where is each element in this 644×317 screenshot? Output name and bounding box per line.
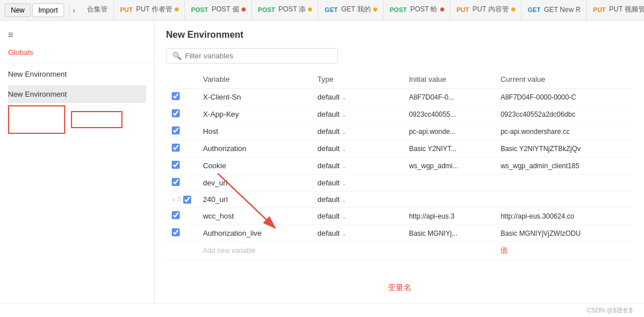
row-current: [495, 192, 633, 208]
globals-label[interactable]: Globals: [0, 45, 154, 60]
sidebar-divider: [0, 62, 154, 63]
row-checkbox[interactable]: [172, 161, 180, 169]
table-body: X-Client-Sn default ⌄ A8F7D04F-0... A8F7…: [166, 89, 633, 260]
row-checkbox[interactable]: [172, 92, 180, 100]
content-area: New Environment 🔍 Variable Type Initi: [155, 21, 644, 303]
sidebar-item-new-env-1[interactable]: New Environment: [0, 65, 154, 83]
filter-bar[interactable]: 🔍: [166, 48, 338, 64]
tab-dot: [175, 7, 179, 11]
row-variable: Authorization: [197, 140, 311, 157]
col-header-initial: Initial value: [403, 72, 495, 89]
main-area: ≡ Globals New Environment New Environmen…: [0, 21, 644, 303]
row-check-cell: [166, 140, 197, 157]
import-button[interactable]: Import: [32, 3, 64, 17]
col-header-type: Type: [311, 72, 403, 89]
red-box-right: [71, 111, 123, 128]
page-title: New Environment: [166, 30, 633, 40]
value-annotation: 值: [500, 246, 508, 255]
row-initial: ws_wgp_admi...: [403, 157, 495, 175]
footer-credit: CSDN @$团长$: [587, 306, 633, 315]
row-type: default ⌄: [311, 208, 403, 225]
add-var-initial-value-annotation: 值: [495, 242, 633, 260]
row-check-cell: [166, 106, 197, 123]
chevron-down-icon[interactable]: ⌄: [342, 213, 346, 220]
row-type: default ⌄: [311, 192, 403, 208]
row-checkbox[interactable]: [172, 228, 180, 236]
chevron-down-icon[interactable]: ⌄: [342, 180, 346, 187]
row-type: default ⌄: [311, 225, 403, 242]
row-initial: pc-api.wonde...: [403, 123, 495, 140]
row-check-cell: [166, 225, 197, 242]
chevron-down-icon[interactable]: ⌄: [342, 146, 346, 152]
row-initial: [403, 192, 495, 208]
menu-icon[interactable]: ≡: [0, 25, 154, 45]
chevron-down-icon[interactable]: ⌄: [342, 163, 346, 169]
add-variable-label[interactable]: Add new variable: [197, 242, 311, 260]
row-variable: Authorization_live: [197, 225, 311, 242]
tab-dot: [308, 7, 312, 11]
row-checkbox[interactable]: [172, 109, 180, 117]
row-type: default ⌄: [311, 106, 403, 123]
sidebar-item-new-env-2[interactable]: New Environment: [8, 85, 146, 103]
env-table: Variable Type Initial value Current valu…: [166, 72, 633, 260]
row-variable: Cookie: [197, 157, 311, 175]
row-variable: X-App-Key: [197, 106, 311, 123]
table-row: Authorization default ⌄ Basic Y2NIYT... …: [166, 140, 633, 157]
col-header-current: Current value: [495, 72, 633, 89]
col-header-variable: Variable: [197, 72, 311, 89]
filter-input[interactable]: [185, 51, 331, 60]
row-variable: Host: [197, 123, 311, 140]
tab-put-内容管[interactable]: PUTPUT 内容管: [451, 0, 521, 21]
table-row: + ⠿ 240_url default ⌄: [166, 192, 633, 208]
new-button[interactable]: New: [5, 3, 31, 17]
row-checkbox[interactable]: [172, 178, 180, 186]
nav-arrow-left[interactable]: ‹: [69, 6, 79, 15]
tab-put-作者管[interactable]: PUTPUT 作者管: [114, 0, 185, 21]
row-variable: X-Client-Sn: [197, 89, 311, 106]
tab-bar-nav: 合集管 PUTPUT 作者管 POSTPOST 倔 POSTPOST 添 GET…: [79, 0, 644, 21]
chinese-label: 变量名: [166, 280, 633, 294]
tab-dot: [511, 7, 515, 11]
add-var-check: [166, 242, 197, 260]
search-icon: 🔍: [172, 51, 181, 60]
row-current: A8F7D04F-0000-0000-C: [495, 89, 633, 106]
add-row-icon[interactable]: +: [172, 196, 175, 203]
row-current: ws_wgp_admin_client185: [495, 157, 633, 175]
row-type: default ⌄: [311, 175, 403, 192]
row-checkbox[interactable]: [172, 126, 180, 134]
row-checkbox[interactable]: [172, 211, 180, 219]
row-current: [495, 175, 633, 192]
tab-post-蛤[interactable]: POSTPOST 蛤: [384, 0, 451, 21]
tab-put-视频管[interactable]: PUTPUT 视频管: [587, 0, 644, 21]
row-check-cell: [166, 175, 197, 192]
row-checkbox[interactable]: [183, 196, 191, 204]
chevron-down-icon[interactable]: ⌄: [342, 129, 346, 135]
table-row: X-App-Key default ⌄ 0923cc40055... 0923c…: [166, 106, 633, 123]
tab-get-我的[interactable]: GETGET 我的: [319, 0, 383, 21]
row-check-cell: [166, 89, 197, 106]
tab-post-倔[interactable]: POSTPOST 倔: [185, 0, 252, 21]
row-initial: http://api-eus.3: [403, 208, 495, 225]
table-header-row: Variable Type Initial value Current valu…: [166, 72, 633, 89]
row-variable: dev_url: [197, 175, 311, 192]
tab-post-添[interactable]: POSTPOST 添: [252, 0, 319, 21]
table-row: wcc_host default ⌄ http://api-eus.3 http…: [166, 208, 633, 225]
tab-合集管[interactable]: 合集管: [81, 0, 114, 21]
row-check-cell: [166, 123, 197, 140]
tab-get-new-r[interactable]: GETGET New R: [522, 0, 587, 21]
chevron-down-icon[interactable]: ⌄: [342, 94, 346, 101]
row-type: default ⌄: [311, 157, 403, 175]
drag-handle-icon[interactable]: ⠿: [177, 196, 181, 203]
add-var-initial: [403, 242, 495, 260]
tab-dot: [373, 7, 377, 11]
row-checkbox[interactable]: [172, 144, 180, 152]
row-current: pc-api.wondershare.cc: [495, 123, 633, 140]
chevron-down-icon[interactable]: ⌄: [342, 112, 346, 118]
row-current: Basic Y2NIYTNjZTBkZjQv: [495, 140, 633, 157]
row-type: default ⌄: [311, 89, 403, 106]
chevron-down-icon[interactable]: ⌄: [342, 231, 346, 237]
row-initial: A8F7D04F-0...: [403, 89, 495, 106]
col-header-check: [166, 72, 197, 89]
chevron-down-icon[interactable]: ⌄: [342, 197, 346, 203]
content: New Environment 🔍 Variable Type Initi: [155, 21, 644, 303]
